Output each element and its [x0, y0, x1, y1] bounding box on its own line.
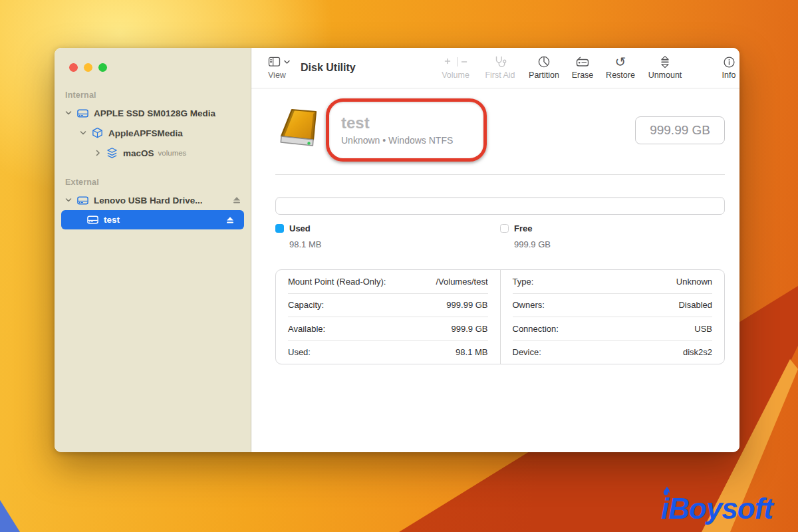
plus-minus-icon: [444, 55, 467, 69]
table-row: Capacity: 999.99 GB: [288, 294, 488, 318]
eject-icon[interactable]: [225, 215, 235, 225]
sidebar-item-label: Lenovo USB Hard Drive...: [94, 196, 203, 205]
usage-legend: Used 98.1 MB Free 999.9 GB: [275, 223, 725, 249]
toolbar: View Disk Utility Volume First Aid: [251, 48, 739, 88]
used-label: Used: [289, 223, 311, 233]
iboysoft-watermark: iBoysoft: [661, 492, 773, 525]
chevron-down-icon[interactable]: [80, 130, 86, 136]
erase-drive-icon: [575, 55, 590, 69]
restore-arrow-icon: ↺: [615, 55, 626, 69]
free-value: 999.9 GB: [514, 239, 725, 249]
view-button[interactable]: View: [268, 55, 290, 80]
close-button[interactable]: [69, 63, 78, 72]
used-swatch-icon: [275, 224, 284, 233]
internal-drive-icon: [76, 107, 89, 120]
toolbar-unmount-button[interactable]: Unmount: [641, 55, 689, 80]
toolbar-volume-button: Volume: [434, 55, 477, 80]
flame-icon: [660, 486, 670, 497]
window-title: Disk Utility: [301, 62, 356, 74]
sidebar-toggle-icon: [268, 57, 281, 67]
sidebar-item-label: APPLE SSD SM0128G Media: [94, 108, 215, 118]
external-drive-icon: [86, 213, 99, 226]
annotation-highlight: test Unknown • Windows NTFS: [326, 98, 487, 162]
zoom-button[interactable]: [98, 63, 107, 72]
volume-size-badge: 999.99 GB: [635, 116, 725, 144]
table-row: Mount Point (Read-Only): /Volumes/test: [288, 270, 488, 294]
legend-free: Free 999.9 GB: [500, 223, 725, 249]
chevron-down-icon[interactable]: [65, 110, 72, 116]
used-value: 98.1 MB: [289, 239, 500, 249]
volume-subtitle: Unknown • Windows NTFS: [341, 135, 483, 146]
unmount-icon: [658, 55, 672, 69]
volumes-stack-icon: [106, 147, 118, 160]
stethoscope-icon: [493, 55, 507, 69]
free-swatch-icon: [500, 224, 509, 233]
watermark-text: iBoysoft: [661, 492, 773, 525]
table-row: Connection: USB: [513, 317, 713, 341]
window-controls: [69, 63, 107, 72]
chevron-down-icon: [284, 60, 290, 65]
sidebar-item-apple-ssd[interactable]: APPLE SSD SM0128G Media: [55, 103, 251, 123]
table-row: Device: disk2s2: [513, 341, 713, 364]
details-left-column: Mount Point (Read-Only): /Volumes/test C…: [276, 270, 501, 364]
table-row: Used: 98.1 MB: [288, 341, 488, 364]
chevron-right-icon[interactable]: [94, 150, 101, 156]
table-row: Available: 999.9 GB: [288, 317, 488, 341]
view-label: View: [268, 70, 286, 80]
content-area: View Disk Utility Volume First Aid: [251, 48, 739, 452]
sidebar-item-lenovo-usb[interactable]: Lenovo USB Hard Drive...: [55, 190, 251, 210]
table-row: Owners: Disabled: [513, 294, 713, 318]
sidebar-item-label: AppleAPFSMedia: [108, 128, 183, 138]
volume-detail-pane: test Unknown • Windows NTFS 999.99 GB Us…: [251, 88, 739, 452]
sidebar: Internal APPLE SSD SM0128G Media AppleAP…: [55, 48, 251, 452]
volume-name: test: [341, 114, 483, 132]
sidebar-section-internal: Internal: [55, 85, 251, 103]
header-divider: [275, 174, 725, 175]
sidebar-item-label: test: [104, 215, 120, 225]
sidebar-item-macos[interactable]: macOS volumes: [55, 143, 251, 163]
sidebar-section-external: External: [55, 172, 251, 190]
toolbar-partition-button[interactable]: Partition: [523, 55, 565, 80]
disk-utility-window: Internal APPLE SSD SM0128G Media AppleAP…: [55, 48, 739, 452]
legend-used: Used 98.1 MB: [275, 223, 500, 249]
external-drive-icon: [76, 194, 89, 207]
eject-icon[interactable]: [232, 196, 241, 205]
toolbar-tools: Volume First Aid Partition: [434, 55, 739, 80]
sidebar-item-test[interactable]: test: [61, 210, 244, 229]
sidebar-item-apple-apfs-media[interactable]: AppleAPFSMedia: [55, 123, 251, 143]
external-drive-orange-icon: [275, 106, 323, 154]
info-circle-icon: [723, 55, 735, 69]
chevron-down-icon[interactable]: [65, 197, 72, 203]
minimize-button[interactable]: [84, 63, 92, 72]
toolbar-info-button[interactable]: Info: [714, 55, 739, 80]
apfs-container-icon: [91, 127, 104, 140]
free-label: Free: [514, 223, 532, 233]
toolbar-first-aid-button: First Aid: [477, 55, 523, 80]
details-table: Mount Point (Read-Only): /Volumes/test C…: [275, 269, 725, 364]
usage-bar: [275, 197, 725, 215]
sidebar-item-label: macOS: [123, 148, 154, 158]
toolbar-erase-button[interactable]: Erase: [565, 55, 600, 80]
volume-header: test Unknown • Windows NTFS 999.99 GB: [275, 98, 725, 162]
table-row: Type: Unknown: [513, 270, 713, 294]
sidebar-item-suffix: volumes: [158, 149, 187, 157]
pie-chart-icon: [537, 55, 551, 69]
details-right-column: Type: Unknown Owners: Disabled Connectio…: [501, 270, 725, 364]
toolbar-restore-button[interactable]: ↺ Restore: [600, 55, 641, 80]
